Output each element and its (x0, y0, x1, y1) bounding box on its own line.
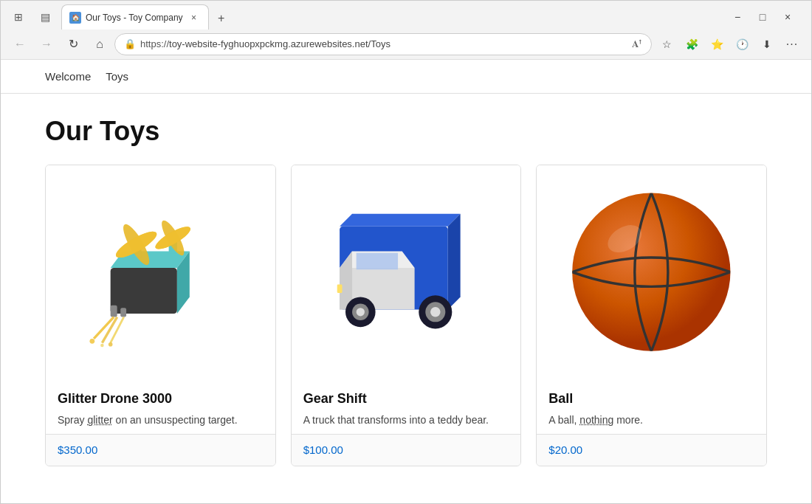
svg-point-36 (573, 193, 731, 351)
ball-illustration (551, 176, 751, 367)
tab-title: Our Toys - Toy Company (86, 13, 183, 23)
svg-point-19 (100, 344, 104, 348)
extensions-icon[interactable]: 🧩 (680, 32, 703, 56)
download-icon[interactable]: ⬇ (755, 32, 779, 56)
tab-close-button[interactable]: × (187, 11, 201, 24)
home-button[interactable]: ⌂ (88, 32, 111, 56)
site-nav-welcome[interactable]: Welcome (45, 67, 91, 86)
svg-point-20 (109, 342, 113, 347)
product-price-area-drone: $350.00 (46, 434, 275, 466)
svg-line-17 (111, 317, 124, 343)
product-info-drone: Glitter Drone 3000 Spray glitter on an u… (46, 379, 275, 434)
product-price-truck: $100.00 (303, 443, 343, 456)
active-tab[interactable]: 🏠 Our Toys - Toy Company × (61, 4, 209, 30)
product-desc-ball: A ball, nothing more. (548, 412, 754, 428)
svg-point-33 (356, 308, 364, 317)
svg-marker-22 (340, 214, 461, 227)
product-info-ball: Ball A ball, nothing more. (537, 379, 766, 434)
lock-icon: 🔒 (124, 38, 136, 49)
site-navbar: Welcome Toys (1, 60, 811, 94)
window-controls: − □ × (727, 7, 798, 27)
url-protocol: https:// (140, 38, 169, 49)
navigation-bar: ← → ↻ ⌂ 🔒 https://toy-website-fyghuopxpc… (1, 29, 811, 60)
product-image-truck (292, 165, 521, 379)
maximize-button[interactable]: □ (752, 7, 773, 27)
website-content: Welcome Toys Our Toys (1, 60, 811, 503)
minimize-button[interactable]: − (727, 7, 748, 27)
svg-rect-13 (111, 305, 117, 317)
svg-rect-0 (111, 268, 177, 314)
forward-button[interactable]: → (35, 32, 58, 56)
title-bar: ⊞ ▤ 🏠 Our Toys - Toy Company × + − □ × (1, 1, 811, 29)
browser-window: ⊞ ▤ 🏠 Our Toys - Toy Company × + − □ × ←… (0, 0, 812, 504)
product-image-ball (537, 165, 766, 379)
products-grid: Glitter Drone 3000 Spray glitter on an u… (45, 165, 767, 466)
product-price-drone: $350.00 (58, 443, 97, 456)
back-button[interactable]: ← (8, 32, 32, 56)
site-main: Our Toys (1, 94, 811, 489)
svg-point-30 (430, 307, 441, 317)
settings-menu-button[interactable]: ··· (780, 32, 804, 56)
product-info-truck: Gear Shift A truck that transforms into … (292, 379, 521, 434)
page-title: Our Toys (45, 116, 767, 147)
refresh-button[interactable]: ↻ (61, 32, 85, 56)
product-name-truck: Gear Shift (303, 391, 509, 407)
product-card-truck: Gear Shift A truck that transforms into … (291, 165, 522, 466)
svg-rect-14 (120, 308, 126, 317)
truck-illustration (306, 176, 506, 367)
svg-marker-27 (356, 253, 397, 270)
url-domain: toy-website-fyghuopxpckmg.azurewebsites.… (169, 38, 368, 49)
svg-marker-23 (447, 214, 460, 310)
drone-illustration (61, 176, 261, 367)
product-price-ball: $20.00 (548, 443, 582, 456)
tab-favicon: 🏠 (69, 12, 81, 24)
svg-point-18 (89, 339, 94, 344)
collections-icon[interactable]: ⭐ (705, 32, 729, 56)
url-display: https://toy-website-fyghuopxpckmg.azurew… (140, 38, 627, 49)
reader-mode-icon[interactable]: 𝐀ꜛ (632, 38, 642, 50)
history-icon[interactable]: 🕐 (730, 32, 754, 56)
nav-right-buttons: ☆ 🧩 ⭐ 🕐 ⬇ ··· (655, 32, 804, 56)
close-button[interactable]: × (777, 7, 798, 27)
product-price-area-truck: $100.00 (292, 434, 521, 466)
browser-grid-icon[interactable]: ⊞ (8, 7, 29, 27)
product-desc-truck: A truck that transforms into a teddy bea… (303, 412, 509, 428)
product-desc-drone: Spray glitter on an unsuspecting target. (58, 412, 264, 428)
product-image-drone (46, 165, 275, 379)
product-card-ball: Ball A ball, nothing more. $20.00 (536, 165, 767, 466)
product-name-drone: Glitter Drone 3000 (58, 391, 264, 407)
address-bar[interactable]: 🔒 https://toy-website-fyghuopxpckmg.azur… (114, 33, 652, 55)
svg-rect-34 (337, 285, 342, 293)
favorites-icon[interactable]: ☆ (655, 32, 678, 56)
product-name-ball: Ball (548, 391, 754, 407)
url-path: /Toys (368, 38, 390, 49)
product-price-area-ball: $20.00 (537, 434, 766, 466)
product-card-drone: Glitter Drone 3000 Spray glitter on an u… (45, 165, 276, 466)
browser-tabs-icon[interactable]: ▤ (35, 7, 55, 27)
new-tab-button[interactable]: + (210, 7, 233, 30)
site-nav-toys[interactable]: Toys (106, 67, 128, 86)
